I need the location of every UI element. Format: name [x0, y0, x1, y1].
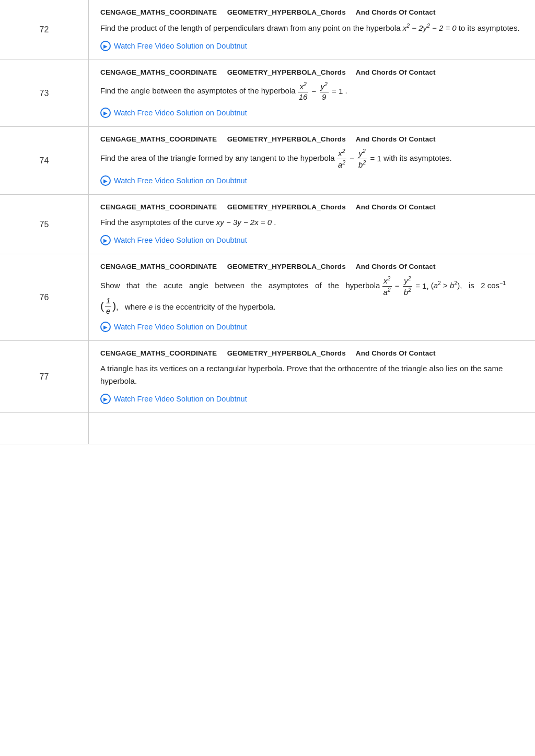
watch-link[interactable]: ▶ Watch Free Video Solution on Doubtnut — [100, 394, 524, 404]
question-number — [0, 413, 89, 444]
watch-link[interactable]: ▶ Watch Free Video Solution on Doubtnut — [100, 108, 524, 118]
play-icon: ▶ — [100, 41, 111, 51]
play-icon: ▶ — [100, 175, 111, 186]
question-text: Find the area of the triangle formed by … — [100, 148, 524, 169]
question-number: 75 — [0, 195, 89, 254]
watch-label: Watch Free Video Solution on Doubtnut — [114, 395, 247, 403]
table-row: 75 CENGAGE_MATHS_COORDINATE GEOMETRY_HYP… — [0, 195, 535, 254]
question-text: Find the asymptotes of the curve xy − 3y… — [100, 216, 524, 229]
table-row: 72 CENGAGE_MATHS_COORDINATE GEOMETRY_HYP… — [0, 0, 535, 60]
watch-link[interactable]: ▶ Watch Free Video Solution on Doubtnut — [100, 235, 524, 245]
watch-link[interactable]: ▶ Watch Free Video Solution on Doubtnut — [100, 41, 524, 51]
watch-label: Watch Free Video Solution on Doubtnut — [114, 42, 247, 50]
table-row: 77 CENGAGE_MATHS_COORDINATE GEOMETRY_HYP… — [0, 341, 535, 413]
question-text: A triangle has its vertices on a rectang… — [100, 362, 524, 387]
question-content — [89, 413, 535, 444]
play-icon: ▶ — [100, 394, 111, 404]
questions-table: 72 CENGAGE_MATHS_COORDINATE GEOMETRY_HYP… — [0, 0, 535, 444]
watch-link[interactable]: ▶ Watch Free Video Solution on Doubtnut — [100, 322, 524, 332]
empty-row — [0, 413, 535, 444]
question-text: Find the product of the length of perpen… — [100, 21, 524, 34]
category-tag: CENGAGE_MATHS_COORDINATE GEOMETRY_HYPERB… — [100, 203, 524, 211]
table-row: 73 CENGAGE_MATHS_COORDINATE GEOMETRY_HYP… — [0, 60, 535, 127]
question-content: CENGAGE_MATHS_COORDINATE GEOMETRY_HYPERB… — [89, 341, 535, 412]
table-row: 76 CENGAGE_MATHS_COORDINATE GEOMETRY_HYP… — [0, 254, 535, 341]
play-icon: ▶ — [100, 235, 111, 245]
question-number: 72 — [0, 0, 89, 60]
category-tag: CENGAGE_MATHS_COORDINATE GEOMETRY_HYPERB… — [100, 8, 524, 16]
category-tag: CENGAGE_MATHS_COORDINATE GEOMETRY_HYPERB… — [100, 68, 524, 76]
question-content: CENGAGE_MATHS_COORDINATE GEOMETRY_HYPERB… — [89, 254, 535, 340]
question-number: 74 — [0, 127, 89, 194]
table-row: 74 CENGAGE_MATHS_COORDINATE GEOMETRY_HYP… — [0, 127, 535, 195]
question-number: 76 — [0, 254, 89, 340]
question-text: Find the angle between the asymptotes of… — [100, 81, 524, 101]
question-content: CENGAGE_MATHS_COORDINATE GEOMETRY_HYPERB… — [89, 0, 535, 60]
watch-label: Watch Free Video Solution on Doubtnut — [114, 109, 247, 117]
category-tag: CENGAGE_MATHS_COORDINATE GEOMETRY_HYPERB… — [100, 263, 524, 270]
watch-link[interactable]: ▶ Watch Free Video Solution on Doubtnut — [100, 175, 524, 186]
question-content: CENGAGE_MATHS_COORDINATE GEOMETRY_HYPERB… — [89, 127, 535, 194]
question-number: 77 — [0, 341, 89, 412]
question-content: CENGAGE_MATHS_COORDINATE GEOMETRY_HYPERB… — [89, 60, 535, 126]
play-icon: ▶ — [100, 322, 111, 332]
watch-label: Watch Free Video Solution on Doubtnut — [114, 323, 247, 331]
watch-label: Watch Free Video Solution on Doubtnut — [114, 236, 247, 244]
watch-label: Watch Free Video Solution on Doubtnut — [114, 176, 247, 185]
question-content: CENGAGE_MATHS_COORDINATE GEOMETRY_HYPERB… — [89, 195, 535, 254]
question-text: Show that the acute angle between the as… — [100, 276, 524, 315]
question-number: 73 — [0, 60, 89, 126]
play-icon: ▶ — [100, 108, 111, 118]
category-tag: CENGAGE_MATHS_COORDINATE GEOMETRY_HYPERB… — [100, 135, 524, 143]
category-tag: CENGAGE_MATHS_COORDINATE GEOMETRY_HYPERB… — [100, 349, 524, 357]
